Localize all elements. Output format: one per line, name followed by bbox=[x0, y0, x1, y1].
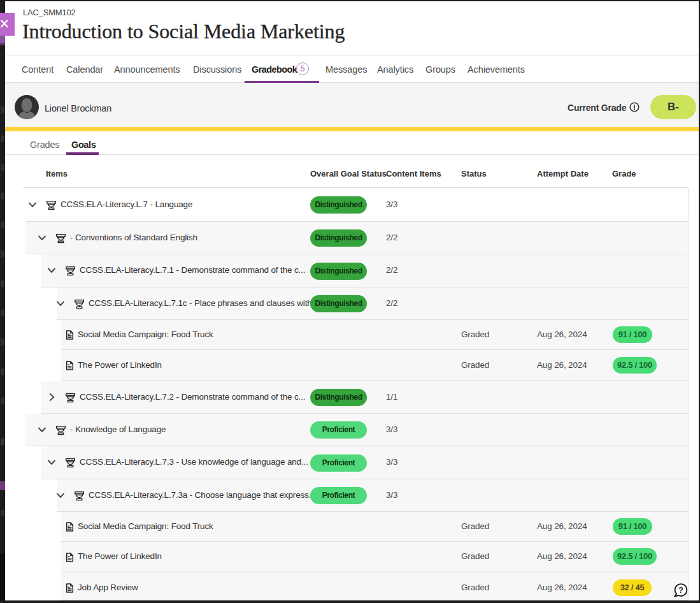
svg-text:?: ? bbox=[678, 586, 683, 595]
